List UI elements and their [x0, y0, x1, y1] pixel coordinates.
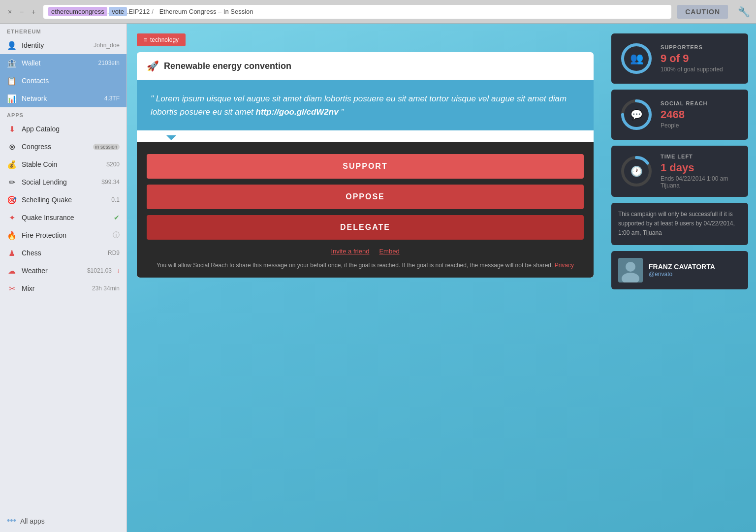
svg-text:🕐: 🕐 [630, 165, 643, 177]
privacy-link[interactable]: Privacy [555, 262, 574, 269]
action-area: SUPPORT OPPOSE DELEGATE Invite a friend … [137, 142, 594, 278]
close-button[interactable]: × [6, 8, 14, 16]
addr-part-3: EIP212 [129, 8, 150, 15]
stable-coin-label: Stable Coin [22, 160, 101, 168]
congress-label: Congress [22, 143, 88, 151]
wallet-value: 2103eth [98, 60, 120, 66]
schelling-quake-value: 0.1 [111, 196, 120, 203]
quake-insurance-label: Quake Insurance [22, 214, 109, 221]
supporters-label: SUPPORTERS [661, 44, 740, 50]
tag-icon: ≡ [144, 36, 147, 43]
mixr-icon: ✂ [7, 283, 17, 293]
quake-insurance-icon: ✦ [7, 213, 17, 222]
action-links: Invite a friend Embed [147, 248, 584, 255]
network-icon: 📊 [7, 94, 17, 103]
apps-section-label: APPS [0, 107, 126, 120]
sidebar: ETHEREUM 👤 Identity John_doe 🏦 Wallet 21… [0, 24, 127, 532]
sidebar-item-app-catalog[interactable]: ⬇ App Catalog [0, 120, 126, 138]
sidebar-item-identity[interactable]: 👤 Identity John_doe [0, 36, 126, 54]
supporters-circle: 👥 [619, 41, 654, 76]
contacts-label: Contacts [22, 77, 120, 85]
main-content: ≡ technology 🚀 Renewable energy conventi… [127, 24, 756, 532]
chess-value: RD9 [108, 250, 120, 256]
app-body: ETHEREUM 👤 Identity John_doe 🏦 Wallet 21… [0, 24, 756, 532]
svg-text:👥: 👥 [630, 52, 644, 65]
right-panel: 👥 SUPPORTERS 9 of 9 100% of goal support… [603, 24, 756, 532]
time-left-label: TIME LEFT [661, 154, 740, 159]
speech-bubble: " Lorem ipsum uisque vel augue sit amet … [137, 80, 594, 130]
wallet-label: Wallet [22, 59, 94, 67]
stable-coin-icon: 💰 [7, 159, 17, 169]
schelling-quake-label: Schelling Quake [22, 196, 106, 204]
sidebar-item-quake-insurance[interactable]: ✦ Quake Insurance ✔ [0, 209, 126, 226]
identity-label: Identity [22, 41, 89, 49]
chess-label: Chess [22, 249, 103, 257]
identity-value: John_doe [94, 42, 120, 49]
social-reach-sub: People [661, 122, 740, 129]
social-reach-circle: 💬 [619, 97, 654, 132]
chess-icon: ♟ [7, 248, 17, 258]
address-bar[interactable]: ethereumcongress . vote . EIP212 / Ether… [43, 5, 671, 19]
app-window: × − + ethereumcongress . vote . EIP212 /… [0, 0, 756, 532]
campaign-desc-text: This campaign will only be successfull i… [618, 210, 741, 238]
sidebar-item-weather[interactable]: ☁ Weather $1021.03 ↓ [0, 262, 126, 280]
congress-icon: ⊗ [7, 142, 17, 152]
sidebar-item-stable-coin[interactable]: 💰 Stable Coin $200 [0, 156, 126, 173]
weather-trend-icon: ↓ [117, 267, 120, 274]
sidebar-item-chess[interactable]: ♟ Chess RD9 [0, 244, 126, 262]
proposal-title: Renewable energy convention [164, 61, 291, 71]
congress-badge: in session [93, 144, 120, 150]
stable-coin-value: $200 [106, 161, 120, 168]
identity-icon: 👤 [7, 40, 17, 50]
social-reach-label: SOCIAL REACH [661, 100, 740, 106]
sidebar-item-schelling-quake[interactable]: 🎯 Schelling Quake 0.1 [0, 191, 126, 209]
maximize-button[interactable]: + [30, 8, 37, 16]
network-label: Network [22, 94, 99, 102]
speech-text: " Lorem ipsum uisque vel augue sit amet … [151, 92, 580, 119]
schelling-quake-icon: 🎯 [7, 195, 17, 205]
embed-link[interactable]: Embed [379, 248, 399, 255]
addr-part-2: vote [109, 7, 127, 16]
social-reach-value: 2468 [661, 108, 740, 121]
proposal-card: 🚀 Renewable energy convention " Lorem ip… [137, 52, 594, 278]
weather-value: $1021.03 [87, 267, 112, 274]
window-controls: × − + [6, 8, 37, 16]
mixr-value: 23h 34min [92, 285, 120, 292]
person-handle: @envato [649, 271, 715, 278]
action-note: You will allow Social Reach to share thi… [147, 261, 584, 270]
center-panel: ≡ technology 🚀 Renewable energy conventi… [127, 24, 603, 532]
caution-button[interactable]: CAUTION [677, 5, 728, 19]
wallet-icon: 🏦 [7, 58, 17, 68]
invite-link[interactable]: Invite a friend [331, 248, 369, 255]
support-button[interactable]: SUPPORT [147, 154, 584, 179]
fire-protection-label: Fire Protection [22, 231, 108, 239]
sidebar-item-fire-protection[interactable]: 🔥 Fire Protection ⓘ [0, 226, 126, 244]
app-catalog-icon: ⬇ [7, 124, 17, 134]
oppose-button[interactable]: OPPOSE [147, 185, 584, 209]
minimize-button[interactable]: − [18, 8, 26, 16]
fire-protection-icon: 🔥 [7, 230, 17, 240]
person-info: FRANZ CAVATORTA @envato [649, 263, 715, 278]
mixr-label: Mixr [22, 284, 87, 292]
sidebar-item-congress[interactable]: ⊗ Congress in session [0, 138, 126, 156]
addr-part-1: ethereumcongress [48, 7, 107, 16]
sidebar-item-mixr[interactable]: ✂ Mixr 23h 34min [0, 280, 126, 297]
time-left-info: TIME LEFT 1 days Ends 04/22/2014 1:00 am… [661, 154, 740, 189]
person-avatar [618, 258, 643, 282]
supporters-info: SUPPORTERS 9 of 9 100% of goal supported [661, 44, 740, 73]
supporters-value: 9 of 9 [661, 52, 740, 65]
sidebar-item-wallet[interactable]: 🏦 Wallet 2103eth [0, 54, 126, 72]
all-apps-icon: ••• [7, 516, 16, 526]
delegate-button[interactable]: DELEGATE [147, 215, 584, 240]
network-value: 4.3TF [104, 95, 120, 102]
sidebar-item-network[interactable]: 📊 Network 4.3TF [0, 90, 126, 107]
supporters-sub: 100% of goal supported [661, 66, 740, 73]
contacts-icon: 📋 [7, 76, 17, 86]
person-name: FRANZ CAVATORTA [649, 263, 715, 271]
sidebar-item-social-lending[interactable]: ✏ Social Lending $99.34 [0, 173, 126, 191]
social-lending-value: $99.34 [101, 179, 120, 186]
all-apps-button[interactable]: ••• All apps [0, 510, 126, 532]
social-reach-card: 💬 SOCIAL REACH 2468 People [611, 90, 748, 140]
settings-icon[interactable]: 🔧 [738, 6, 750, 18]
sidebar-item-contacts[interactable]: 📋 Contacts [0, 72, 126, 90]
